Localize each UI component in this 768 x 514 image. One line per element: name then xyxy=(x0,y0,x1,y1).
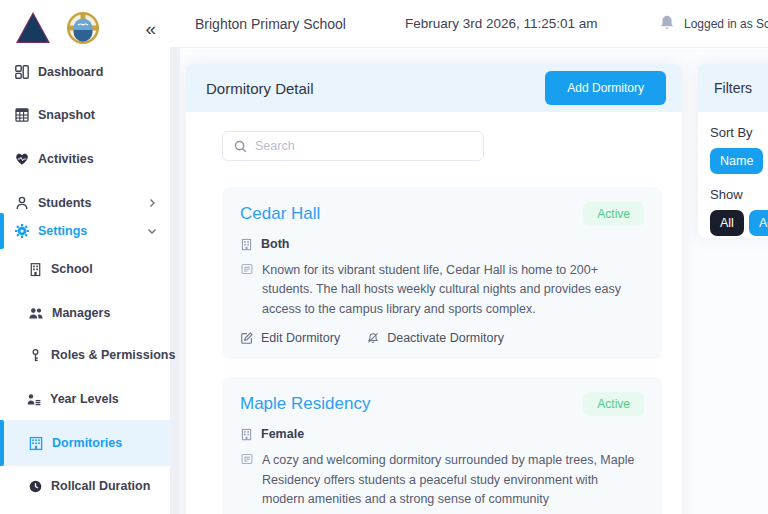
sidebar-item-label: Managers xyxy=(52,306,110,320)
triangle-logo xyxy=(14,10,52,46)
description-note-icon xyxy=(240,261,254,276)
deactivate-dormitory-label: Deactivate Dormitory xyxy=(387,331,504,345)
status-badge: Active xyxy=(583,202,644,226)
add-dormitory-button[interactable]: Add Dormitory xyxy=(545,71,666,105)
show-option-active-button[interactable]: Active xyxy=(749,210,768,236)
sort-option-name-button[interactable]: Name xyxy=(710,148,763,174)
dormitory-gender: Female xyxy=(261,427,304,441)
school-name: Brighton Primary School xyxy=(195,16,346,32)
dormitory-building-icon xyxy=(28,435,44,451)
sidebar-item-activities[interactable]: Activities xyxy=(0,147,170,171)
sidebar-item-label: Dashboard xyxy=(38,65,103,79)
filters-header: Filters xyxy=(698,64,768,112)
sidebar-item-label: Students xyxy=(38,196,91,210)
sidebar-item-snapshot[interactable]: Snapshot xyxy=(0,103,170,127)
building-icon xyxy=(240,428,253,441)
show-option-all-button[interactable]: All xyxy=(710,210,744,236)
dormitory-name: Cedar Hall xyxy=(240,204,320,224)
dashboard-icon xyxy=(14,64,30,80)
dormitory-description: A cozy and welcoming dormitory surrounde… xyxy=(262,451,640,509)
filters-title: Filters xyxy=(714,80,752,96)
dormitory-card: Maple Residency Active Female A cozy and… xyxy=(222,377,662,514)
logged-in-text: Logged in as Scho xyxy=(684,17,768,31)
notifications-bell-icon[interactable] xyxy=(658,14,676,32)
sidebar-item-label: Rollcall Duration xyxy=(51,479,150,493)
dormitory-card: Cedar Hall Active Both Known for its vib… xyxy=(222,187,662,359)
search-icon xyxy=(233,139,248,154)
sidebar-item-label: Settings xyxy=(38,224,87,238)
sidebar-item-roles-permissions[interactable]: Roles & Permissions xyxy=(0,343,170,367)
clock-icon xyxy=(28,479,43,494)
status-badge: Active xyxy=(583,392,644,416)
sidebar-item-label: School xyxy=(51,262,93,276)
dormitory-gender: Both xyxy=(261,237,289,251)
description-note-icon xyxy=(240,451,254,466)
students-icon xyxy=(14,195,30,211)
snapshot-icon xyxy=(14,107,30,123)
school-crest-logo xyxy=(66,11,100,45)
chevron-right-icon xyxy=(146,197,158,209)
sidebar-item-dormitories[interactable]: Dormitories xyxy=(0,431,170,455)
dormitory-detail-header: Dormitory Detail Add Dormitory xyxy=(186,64,682,112)
sidebar-item-rollcall-duration[interactable]: Rollcall Duration xyxy=(0,474,170,498)
chevron-down-icon xyxy=(146,225,158,237)
panel-title: Dormitory Detail xyxy=(206,80,314,97)
show-options-row: All Active xyxy=(710,210,768,236)
school-building-icon xyxy=(28,262,43,277)
settings-gear-icon xyxy=(14,223,30,239)
building-icon xyxy=(240,238,253,251)
sidebar-item-label: Dormitories xyxy=(52,436,122,450)
activities-heart-icon xyxy=(14,151,30,167)
deactivate-dormitory-action[interactable]: Deactivate Dormitory xyxy=(366,331,504,345)
sidebar-item-school[interactable]: School xyxy=(0,257,170,281)
dormitory-description: Known for its vibrant student life, Ceda… xyxy=(262,261,640,319)
sort-options-row: Name xyxy=(710,148,768,174)
sidebar-item-dashboard[interactable]: Dashboard xyxy=(0,60,170,84)
header-datetime: February 3rd 2026, 11:25:01 am xyxy=(405,16,598,31)
sidebar-item-year-levels[interactable]: Year Levels xyxy=(0,387,170,411)
search-input[interactable] xyxy=(255,139,473,153)
show-label: Show xyxy=(710,187,768,202)
sidebar-item-settings[interactable]: Settings xyxy=(0,219,170,243)
sort-by-label: Sort By xyxy=(710,125,768,140)
top-header: Brighton Primary School February 3rd 202… xyxy=(170,0,768,48)
sidebar-item-label: Year Levels xyxy=(50,392,119,406)
year-levels-icon xyxy=(26,391,42,407)
sidebar-item-label: Snapshot xyxy=(38,108,95,122)
sidebar: « Dashboard Snapshot xyxy=(0,0,170,514)
edit-dormitory-label: Edit Dormitory xyxy=(261,331,340,345)
dormitory-name: Maple Residency xyxy=(240,394,370,414)
sidebar-item-managers[interactable]: Managers xyxy=(0,301,170,325)
filters-panel: Filters Sort By Name Show All Active xyxy=(698,64,768,238)
managers-icon xyxy=(28,305,44,321)
sidebar-scrollbar[interactable] xyxy=(170,48,180,514)
sidebar-item-students[interactable]: Students xyxy=(0,191,170,215)
edit-dormitory-action[interactable]: Edit Dormitory xyxy=(240,331,340,345)
bell-slash-icon xyxy=(366,331,380,345)
search-box[interactable] xyxy=(222,131,484,161)
collapse-sidebar-icon[interactable]: « xyxy=(145,19,156,38)
sidebar-item-label: Activities xyxy=(38,152,94,166)
edit-icon xyxy=(240,331,254,345)
sidebar-item-label: Roles & Permissions xyxy=(51,348,175,362)
logo-row: « xyxy=(14,8,156,48)
key-icon xyxy=(28,348,43,363)
dormitory-detail-panel: Dormitory Detail Add Dormitory Cedar Hal… xyxy=(186,64,682,514)
